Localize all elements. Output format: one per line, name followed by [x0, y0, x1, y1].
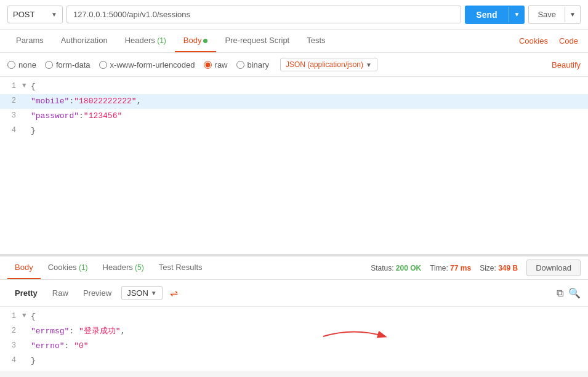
- req-code-line-4: 4 }: [0, 124, 588, 138]
- radio-urlencoded[interactable]: [99, 61, 107, 69]
- line-arrow: ▼: [22, 80, 31, 92]
- url-bar: POST ▼ Send ▼ Save ▼: [0, 0, 588, 30]
- body-none[interactable]: none: [7, 60, 36, 69]
- line-num: 3: [0, 339, 22, 352]
- body-binary[interactable]: binary: [236, 60, 269, 69]
- line-arrow: ▼: [22, 310, 31, 322]
- resp-code-line-3: 3 "errno": "0": [0, 339, 588, 354]
- req-code-line-2: 2 "mobile":"18022222222",: [0, 94, 588, 109]
- resp-code-line-1: 1 ▼ {: [0, 309, 588, 324]
- response-type-chevron: ▼: [151, 290, 157, 296]
- send-button[interactable]: Send ▼: [465, 6, 525, 24]
- line-num: 4: [0, 354, 22, 367]
- body-raw[interactable]: raw: [204, 60, 228, 69]
- response-type-select[interactable]: JSON ▼: [121, 286, 163, 300]
- req-tab-pre-request-script[interactable]: Pre-request Script: [216, 30, 298, 52]
- req-code-line-1: 1 ▼ {: [0, 79, 588, 94]
- line-content: {: [31, 80, 588, 93]
- response-format-bar: PrettyRawPreview JSON ▼ ⇌ ⧉ 🔍: [0, 280, 588, 307]
- radio-binary[interactable]: [236, 61, 244, 69]
- resp-tab-headers[interactable]: Headers (5): [95, 256, 151, 279]
- line-content: "errmsg": "登录成功",: [31, 325, 588, 338]
- json-type-label: JSON (application/json): [286, 60, 363, 69]
- resp-format-tab-pretty[interactable]: Pretty: [7, 286, 45, 300]
- size-value: 349 B: [498, 264, 518, 272]
- save-label: Save: [529, 6, 565, 23]
- time-value: 77 ms: [450, 264, 471, 272]
- line-content: "errno": "0": [31, 339, 588, 353]
- line-content: {: [31, 310, 588, 323]
- req-code-line-3: 3 "password":"123456": [0, 109, 588, 124]
- send-label: Send: [465, 6, 508, 24]
- line-num: 2: [0, 95, 22, 107]
- response-icons-right: ⧉ 🔍: [557, 287, 581, 299]
- req-tabs-right: Cookies Code: [517, 30, 581, 52]
- line-num: 3: [0, 109, 22, 122]
- status-label: Status: 200 OK: [371, 264, 421, 272]
- body-options: none form-data x-www-form-urlencoded raw…: [0, 53, 588, 77]
- body-urlencoded[interactable]: x-www-form-urlencoded: [99, 60, 195, 69]
- copy-icon[interactable]: ⧉: [557, 288, 563, 299]
- line-num: 1: [0, 310, 22, 322]
- method-chevron: ▼: [51, 11, 57, 18]
- line-content: "mobile":"18022222222",: [31, 95, 588, 108]
- search-icon[interactable]: 🔍: [568, 287, 581, 299]
- req-tab-headers[interactable]: Headers (1): [116, 30, 175, 52]
- wrap-icon[interactable]: ⇌: [165, 285, 183, 301]
- req-tab-body[interactable]: Body: [175, 30, 217, 52]
- status-info: Status: 200 OK Time: 77 ms Size: 349 B D…: [371, 260, 581, 276]
- resp-code-line-4: 4 }: [0, 354, 588, 368]
- line-content: }: [31, 124, 588, 138]
- radio-raw[interactable]: [204, 61, 212, 69]
- beautify-button[interactable]: Beautify: [552, 60, 581, 69]
- cookies-link[interactable]: Cookies: [517, 30, 550, 52]
- line-content: "password":"123456": [31, 109, 588, 123]
- resp-code-line-2: 2 "errmsg": "登录成功",: [0, 324, 588, 339]
- resp-tab-test-results[interactable]: Test Results: [151, 256, 210, 279]
- resp-tab-body[interactable]: Body: [7, 256, 41, 279]
- code-link[interactable]: Code: [557, 30, 581, 52]
- response-code-editor: 1 ▼ { 2 "errmsg": "登录成功", 3 "errno": "0"…: [0, 307, 588, 371]
- json-type-select[interactable]: JSON (application/json) ▼: [280, 58, 377, 71]
- save-chevron: ▼: [565, 7, 580, 22]
- download-button[interactable]: Download: [526, 260, 581, 276]
- response-tabs-list: BodyCookies (1)Headers (5)Test Results: [7, 256, 210, 279]
- request-code-editor[interactable]: 1 ▼ { 2 "mobile":"18022222222", 3 "passw…: [0, 77, 588, 255]
- radio-none[interactable]: [7, 61, 15, 69]
- save-button[interactable]: Save ▼: [528, 5, 581, 24]
- response-section: BodyCookies (1)Headers (5)Test Results S…: [0, 255, 588, 371]
- line-num: 2: [0, 325, 22, 337]
- time-label: Time: 77 ms: [430, 264, 471, 272]
- json-type-chevron: ▼: [366, 62, 372, 68]
- req-tab-params[interactable]: Params: [7, 30, 52, 52]
- status-value: 200 OK: [396, 264, 421, 272]
- url-input[interactable]: [66, 6, 461, 23]
- resp-format-tab-raw[interactable]: Raw: [45, 286, 76, 300]
- req-tabs-list: ParamsAuthorizationHeaders (1)BodyPre-re…: [7, 30, 334, 52]
- resp-format-tab-preview[interactable]: Preview: [76, 286, 119, 300]
- request-tabs: ParamsAuthorizationHeaders (1)BodyPre-re…: [0, 30, 588, 53]
- response-tabs-bar: BodyCookies (1)Headers (5)Test Results S…: [0, 256, 588, 280]
- method-select[interactable]: POST ▼: [7, 6, 63, 23]
- line-num: 1: [0, 80, 22, 92]
- body-form-data[interactable]: form-data: [45, 60, 91, 69]
- req-tab-authorization[interactable]: Authorization: [52, 30, 116, 52]
- size-label: Size: 349 B: [480, 264, 518, 272]
- resp-tab-cookies[interactable]: Cookies (1): [41, 256, 95, 279]
- line-content: }: [31, 354, 588, 368]
- line-num: 4: [0, 124, 22, 137]
- method-label: POST: [13, 10, 34, 19]
- send-chevron: ▼: [509, 7, 525, 22]
- response-type-label: JSON: [127, 288, 148, 298]
- radio-form-data[interactable]: [45, 61, 53, 69]
- req-tab-tests[interactable]: Tests: [298, 30, 334, 52]
- response-format-tabs: PrettyRawPreview: [7, 286, 119, 300]
